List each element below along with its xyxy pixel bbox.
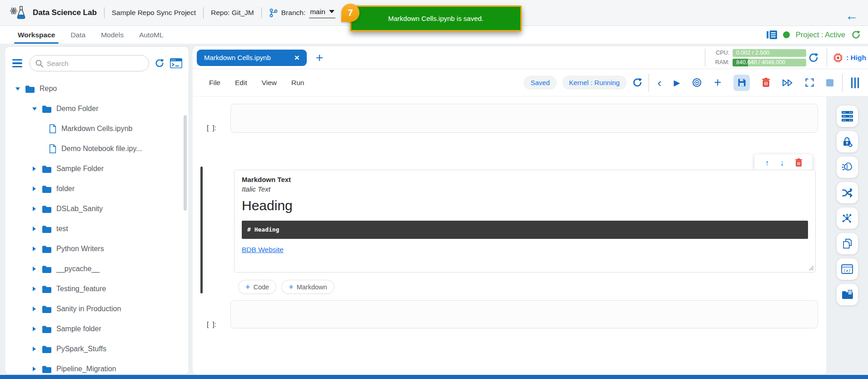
menu-file[interactable]: File <box>209 79 220 87</box>
project-refresh-icon[interactable] <box>851 30 861 40</box>
ram-label: RAM: <box>711 59 729 66</box>
tab-automl[interactable]: AutoML <box>138 26 164 44</box>
resize-handle-icon[interactable] <box>809 266 814 271</box>
chevron-right-icon[interactable] <box>31 207 38 211</box>
branch-label: Branch: <box>281 9 305 17</box>
right-tool-rail: (x) <box>826 96 868 374</box>
move-cell-up-button[interactable]: ↑ <box>765 159 769 167</box>
cells-area: [ ]: ↑ ↓ Markdown Text Italic Text H <box>193 96 826 374</box>
tree-item-sample-folder[interactable]: Sample Folder <box>5 159 189 179</box>
chevron-right-icon[interactable] <box>31 347 38 351</box>
tree-item-test[interactable]: test <box>5 219 189 239</box>
folder-icon <box>42 285 51 293</box>
run-all-icon[interactable] <box>782 79 793 87</box>
file-icon <box>49 124 56 133</box>
move-cell-down-button[interactable]: ↓ <box>780 159 784 167</box>
chevron-right-icon[interactable] <box>31 327 38 331</box>
project-log-icon[interactable] <box>767 30 777 39</box>
chevron-right-icon[interactable] <box>31 227 38 231</box>
markdown-cell[interactable]: Markdown Text Italic Text Heading # Head… <box>234 170 816 273</box>
tree-item-sanity-in-production[interactable]: Sanity in Production <box>5 299 189 319</box>
code-cell-empty-2[interactable] <box>230 300 818 328</box>
run-cell-icon[interactable]: ▶ <box>673 79 680 87</box>
tree-item-pyspark-stuffs[interactable]: PySpark_Stuffs <box>5 339 189 359</box>
documents-icon[interactable] <box>837 233 858 254</box>
chevron-down-icon[interactable] <box>14 87 21 91</box>
terminal-icon[interactable] <box>170 58 182 68</box>
function-window-icon[interactable]: (x) <box>837 258 858 280</box>
tree-item-pycache[interactable]: __pycache__ <box>5 259 189 279</box>
folder-icon <box>42 345 51 353</box>
bdb-website-link[interactable]: BDB Website <box>242 246 284 253</box>
menu-run[interactable]: Run <box>291 79 304 87</box>
toast-notification: 7 Markdown Cells.ipynb is saved. <box>350 5 522 31</box>
tab-data[interactable]: Data <box>70 26 86 44</box>
back-arrow-button[interactable]: ← <box>845 10 858 22</box>
tree-item-python-writers[interactable]: Python Writers <box>5 239 189 259</box>
tree-item-demo-notebook[interactable]: Demo Notebook file.ipy... <box>5 139 189 159</box>
chevron-left-icon[interactable]: ‹ <box>658 77 662 89</box>
project-status-label: Project : Active <box>796 30 845 39</box>
menu-edit[interactable]: Edit <box>235 79 247 87</box>
cell-prompt: [ ]: <box>207 124 216 131</box>
stop-icon[interactable] <box>826 79 833 86</box>
close-icon[interactable]: × <box>294 53 299 62</box>
tree-item-folder[interactable]: folder <box>5 179 189 199</box>
tree-item-sample-folder-2[interactable]: Sample folder <box>5 319 189 339</box>
tree-item-demo-folder[interactable]: Demo Folder <box>5 99 189 119</box>
menu-view[interactable]: View <box>262 79 277 87</box>
markdown-code-block: # Heading <box>242 221 808 239</box>
cpu-usage-bar: 0.002 / 2.500 <box>733 49 806 57</box>
folder-icon <box>42 245 51 253</box>
add-cell-icon[interactable]: + <box>714 76 721 89</box>
add-markdown-cell-button[interactable]: + Markdown <box>281 280 334 294</box>
branch-dropdown[interactable]: main <box>309 8 335 18</box>
scrollbar[interactable] <box>184 115 187 211</box>
ai-brain-icon[interactable] <box>837 157 858 178</box>
add-tab-button[interactable]: + <box>316 51 323 64</box>
code-cell-empty-1[interactable] <box>230 104 818 133</box>
shuffle-icon[interactable] <box>837 182 858 203</box>
notebook-tab[interactable]: Markdown Cells.ipynb × <box>197 50 307 66</box>
lock-key-icon[interactable] <box>837 131 858 152</box>
server-icon[interactable] <box>837 106 858 127</box>
tree-item-markdown-cells[interactable]: Markdown Cells.ipynb <box>5 119 189 139</box>
tree-item-pipeline-migration[interactable]: Pipeline_Migration <box>5 359 189 374</box>
tab-workspace[interactable]: Workspace <box>17 26 56 44</box>
chevron-right-icon[interactable] <box>31 247 38 251</box>
menu-icon[interactable] <box>12 59 22 67</box>
chevron-down-icon[interactable] <box>31 107 38 111</box>
network-icon[interactable] <box>837 207 858 229</box>
markdown-bold-text: Markdown Text <box>242 176 808 183</box>
file-tree: Repo Demo Folder Markdown Cells.ipynb De… <box>5 79 189 374</box>
chevron-right-icon[interactable] <box>31 167 38 171</box>
chevron-right-icon[interactable] <box>31 367 38 371</box>
cpu-label: CPU: <box>711 50 729 56</box>
tab-models[interactable]: Models <box>100 26 125 44</box>
save-notebook-button[interactable] <box>733 75 750 91</box>
delete-cell-icon[interactable] <box>762 78 770 87</box>
tree-item-repo[interactable]: Repo <box>5 79 189 99</box>
search-box[interactable] <box>30 55 149 71</box>
add-code-cell-button[interactable]: + Code <box>238 280 276 294</box>
search-input[interactable] <box>47 60 149 67</box>
panel-grip-icon[interactable] <box>851 77 859 88</box>
refresh-kernel-icon[interactable] <box>632 77 643 88</box>
target-icon[interactable] <box>692 78 702 87</box>
refresh-resources-icon[interactable] <box>808 52 819 63</box>
tree-item-testing-feature[interactable]: Testing_feature <box>5 279 189 299</box>
chevron-right-icon[interactable] <box>31 267 38 271</box>
chevron-right-icon[interactable] <box>31 187 38 191</box>
fullscreen-icon[interactable] <box>805 78 814 87</box>
project-name: Sample Repo Sync Project <box>112 9 196 17</box>
ram-usage-bar: 840.640 / 4048.000 <box>733 59 806 66</box>
refresh-tree-icon[interactable] <box>155 58 165 68</box>
chevron-right-icon[interactable] <box>31 287 38 291</box>
folder-report-icon[interactable] <box>837 284 858 305</box>
folder-icon <box>42 225 51 233</box>
selected-cell-indicator <box>200 167 203 293</box>
delete-cell-button[interactable] <box>795 158 802 167</box>
chevron-right-icon[interactable] <box>31 307 38 311</box>
svg-text:(x): (x) <box>843 268 851 273</box>
tree-item-dslab-sanity[interactable]: DSLab_Sanity <box>5 199 189 219</box>
